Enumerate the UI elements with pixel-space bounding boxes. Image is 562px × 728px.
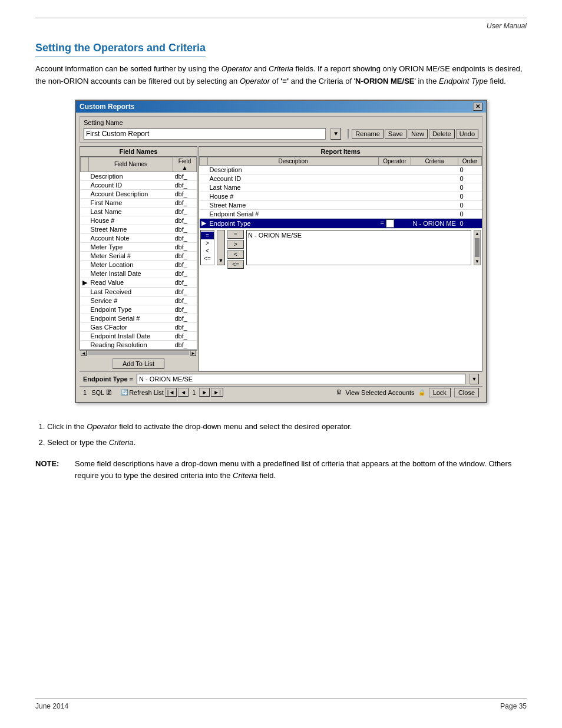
setting-name-dropdown[interactable]: ▼ xyxy=(330,128,341,140)
field-name-cell[interactable]: Last Received xyxy=(89,287,173,296)
op-gt-btn[interactable]: > xyxy=(227,240,244,249)
report-desc-cell[interactable]: Description xyxy=(208,165,379,174)
setting-name-input[interactable] xyxy=(84,128,326,140)
field-row[interactable]: Account ID dbf_ xyxy=(81,180,197,189)
field-row[interactable]: Last Name dbf_ xyxy=(81,207,197,216)
report-item-row[interactable]: Last Name 0 xyxy=(200,183,482,192)
report-item-row[interactable]: Description 0 xyxy=(200,165,482,174)
field-name-cell[interactable]: Account Note xyxy=(89,233,173,242)
lock-button[interactable]: Lock xyxy=(429,388,451,397)
field-name-cell[interactable]: Read Value xyxy=(89,278,173,287)
criteria-textbox[interactable]: N - ORION ME/SE xyxy=(246,230,471,265)
report-item-row[interactable]: Account ID 0 xyxy=(200,174,482,183)
field-row[interactable]: Account Note dbf_ xyxy=(81,233,197,242)
field-name-cell[interactable]: Last Name xyxy=(89,207,173,216)
report-criteria-cell[interactable] xyxy=(411,165,458,174)
field-row[interactable]: ▶ Read Value dbf_ xyxy=(81,278,197,287)
nav-first-btn[interactable]: |◄ xyxy=(165,388,177,397)
field-row[interactable]: Gas CFactor dbf_ xyxy=(81,322,197,331)
field-row[interactable]: First Name dbf_ xyxy=(81,198,197,207)
field-row[interactable]: House # dbf_ xyxy=(81,216,197,225)
report-desc-cell[interactable]: Street Name xyxy=(208,200,379,209)
report-criteria-cell[interactable] xyxy=(411,209,458,218)
field-name-cell[interactable]: Meter Install Date xyxy=(89,269,173,278)
new-button[interactable]: New xyxy=(408,129,428,139)
report-desc-cell[interactable]: Account ID xyxy=(208,174,379,183)
report-operator-cell[interactable] xyxy=(379,183,411,192)
report-operator-cell[interactable] xyxy=(379,209,411,218)
report-desc-cell[interactable]: House # xyxy=(208,192,379,200)
operator-option-lt[interactable]: < xyxy=(201,247,214,255)
field-row[interactable]: Street Name dbf_ xyxy=(81,225,197,233)
report-item-row[interactable]: Street Name 0 xyxy=(200,200,482,209)
operator-option-lte[interactable]: <= xyxy=(201,255,214,262)
report-operator-cell[interactable] xyxy=(379,165,411,174)
criteria-scrollbar[interactable]: ▲ ▼ xyxy=(474,230,481,265)
field-name-cell[interactable]: Endpoint Serial # xyxy=(89,314,173,322)
field-row[interactable]: Endpoint Install Date dbf_ xyxy=(81,331,197,340)
operator-option-equals[interactable]: = xyxy=(201,232,214,239)
report-item-row[interactable]: House # 0 xyxy=(200,192,482,200)
field-name-cell[interactable]: Service # xyxy=(89,296,173,305)
add-to-list-button[interactable]: Add To List xyxy=(113,358,164,369)
close-button[interactable]: Close xyxy=(454,388,479,397)
report-desc-cell[interactable]: Endpoint Type xyxy=(208,218,379,228)
field-row[interactable]: Description dbf_ xyxy=(81,172,197,180)
undo-button[interactable]: Undo xyxy=(456,129,478,139)
report-item-row[interactable]: ▶ Endpoint Type = N - ORION ME 0 xyxy=(200,218,482,228)
field-name-cell[interactable]: Meter Serial # xyxy=(89,251,173,260)
field-name-cell[interactable]: Endpoint Install Date xyxy=(89,331,173,340)
field-name-cell[interactable]: Reading Resolution xyxy=(89,340,173,349)
op-lt-btn[interactable]: < xyxy=(227,250,244,259)
field-name-cell[interactable]: Description xyxy=(89,172,173,180)
report-operator-cell[interactable] xyxy=(379,174,411,183)
field-name-cell[interactable]: Meter Location xyxy=(89,260,173,269)
report-criteria-cell[interactable] xyxy=(411,174,458,183)
sql-button[interactable]: SQL 🖹 xyxy=(91,388,113,397)
report-desc-cell[interactable]: Endpoint Serial # xyxy=(208,209,379,218)
nav-prev-btn[interactable]: ◄ xyxy=(178,388,189,397)
report-item-row[interactable]: Endpoint Serial # 0 xyxy=(200,209,482,218)
field-name-cell[interactable]: Account ID xyxy=(89,180,173,189)
operator-option-gt[interactable]: > xyxy=(201,239,214,247)
report-criteria-cell[interactable] xyxy=(411,200,458,209)
report-desc-cell[interactable]: Last Name xyxy=(208,183,379,192)
field-name-cell[interactable]: House # xyxy=(89,216,173,225)
report-operator-cell[interactable] xyxy=(379,192,411,200)
op-equals-btn[interactable]: = xyxy=(227,230,244,239)
field-row[interactable]: Meter Serial # dbf_ xyxy=(81,251,197,260)
save-button[interactable]: Save xyxy=(385,129,406,139)
field-row[interactable]: Meter Location dbf_ xyxy=(81,260,197,269)
rename-button[interactable]: Rename xyxy=(352,129,384,139)
hscroll-right-btn[interactable]: ► xyxy=(190,350,196,356)
field-name-cell[interactable]: Gas CFactor xyxy=(89,322,173,331)
filter-dropdown-button[interactable]: ▼ xyxy=(470,374,479,384)
field-row[interactable]: Endpoint Serial # dbf_ xyxy=(81,314,197,322)
report-operator-cell[interactable]: = xyxy=(379,218,411,228)
filter-value-input[interactable] xyxy=(137,374,466,384)
report-criteria-cell[interactable] xyxy=(411,183,458,192)
field-row[interactable]: Reading Resolution dbf_ xyxy=(81,340,197,349)
field-row[interactable]: Meter Type dbf_ xyxy=(81,242,197,251)
field-name-cell[interactable]: Endpoint Type xyxy=(89,305,173,314)
field-row[interactable]: Account Description dbf_ xyxy=(81,189,197,198)
field-row[interactable]: Endpoint Type dbf_ xyxy=(81,305,197,314)
field-name-cell[interactable]: Account Description xyxy=(89,189,173,198)
report-operator-cell[interactable] xyxy=(379,200,411,209)
operator-dropdown[interactable]: = > < <= xyxy=(200,230,214,265)
field-row[interactable]: Meter Install Date dbf_ xyxy=(81,269,197,278)
nav-next-btn[interactable]: ► xyxy=(199,388,210,397)
hscroll-left-btn[interactable]: ◄ xyxy=(81,350,87,356)
field-name-cell[interactable]: First Name xyxy=(89,198,173,207)
criteria-scroll-up[interactable]: ▲ xyxy=(474,230,480,237)
report-criteria-cell[interactable] xyxy=(411,192,458,200)
field-row[interactable]: Service # dbf_ xyxy=(81,296,197,305)
delete-button[interactable]: Delete xyxy=(429,129,455,139)
operator-dropdown-arrow[interactable]: ▼ xyxy=(217,230,225,265)
nav-last-btn[interactable]: ►| xyxy=(211,388,223,397)
field-name-cell[interactable]: Street Name xyxy=(89,225,173,233)
op-lte-btn[interactable]: <= xyxy=(227,260,244,269)
criteria-scroll-down[interactable]: ▼ xyxy=(474,258,480,265)
field-row[interactable]: Last Received dbf_ xyxy=(81,287,197,296)
field-name-cell[interactable]: Meter Type xyxy=(89,242,173,251)
